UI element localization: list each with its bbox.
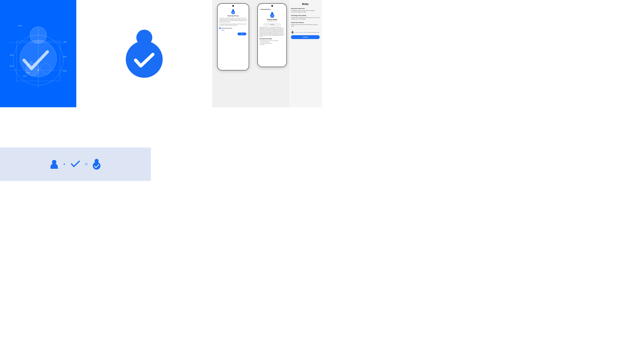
- bp-label-632: 632%: [23, 75, 27, 77]
- bp-label-100: 100%: [63, 56, 66, 58]
- phone1-policy-row: Samsung Privacy Policy: [219, 27, 247, 29]
- bp-label-548: 548%: [10, 54, 14, 56]
- next-button[interactable]: Next: [238, 32, 246, 35]
- bp-label-174: 174%: [63, 70, 66, 72]
- bp-label-44: 44%: [64, 41, 66, 42]
- privacy-notice-link[interactable]: Privacy Notice: [300, 32, 306, 33]
- phone-camera-2: [271, 5, 273, 7]
- phone-camera-1: [232, 5, 234, 7]
- phone2-header: ‹ Samsung Privacy: [260, 8, 285, 11]
- logo-body: [126, 41, 163, 78]
- phone-mockups-panel: Samsung Privacy At Samsung, we prioritiz…: [212, 0, 288, 107]
- samsung-privacy-logo: [126, 30, 163, 78]
- phone1-title: Samsung Privacy: [219, 15, 247, 16]
- privacy-icon-container: [230, 9, 236, 14]
- bixby-divider: [291, 29, 320, 29]
- bixby-panel: Bixby Keep your hands free Talk to Bixby…: [288, 0, 322, 107]
- continue-row: Check our Privacy Notice to see how we m…: [291, 31, 320, 34]
- privacy-notice-title: Privacy Notice: [260, 19, 285, 20]
- bixby-title: Bixby: [291, 3, 320, 5]
- bixby-feature-2-desc: Complete tasks faster just by using your…: [291, 17, 320, 20]
- continue-button[interactable]: Continue: [291, 35, 320, 39]
- details-link[interactable]: Details: [222, 29, 224, 30]
- download-button[interactable]: Download: [263, 23, 281, 26]
- phone1-body2: This symbol appears only when needed to …: [219, 23, 247, 26]
- policy-label: Samsung Privacy Policy: [222, 28, 232, 29]
- privacy-icon-bixby: [291, 31, 294, 34]
- phone2-icon-body: [270, 14, 274, 18]
- bixby-feature-3-title: Contol your devices: [291, 22, 320, 23]
- bixby-feature-2-title: Get things done quickly: [291, 15, 320, 16]
- phone2-body-text: Samsung Electronics Co., Ltd., along wit…: [260, 27, 285, 37]
- phone-mockup-1: Samsung Privacy At Samsung, we prioritiz…: [217, 3, 249, 70]
- bottom-formula-section: + =: [0, 147, 151, 181]
- formula-plus: +: [63, 162, 66, 167]
- formula-equals: =: [85, 162, 88, 167]
- info-list: - contact information, such as name, ema…: [260, 40, 285, 45]
- phone1-body1: At Samsung, we prioritize protecting you…: [219, 17, 247, 23]
- bixby-feature-2: Get things done quickly Complete tasks f…: [291, 15, 320, 20]
- bp-label-center: Center: [26, 72, 30, 73]
- bixby-feature-1-title: Keep your hands free: [291, 8, 320, 9]
- bixby-feature-3: Contol your devices Easily control your …: [291, 22, 320, 27]
- posted-date: Posted Date 12. 24. 2021: [260, 21, 285, 22]
- formula-person: [50, 160, 58, 169]
- bp-label-596: 596%: [10, 65, 14, 67]
- formula-result-body: [93, 162, 100, 170]
- bp-label-42: 42°: [30, 61, 32, 63]
- formula-checkmark: [71, 160, 80, 168]
- back-chevron-1[interactable]: ‹: [220, 65, 221, 68]
- phone2-header-title: Samsung Privacy: [260, 9, 270, 10]
- check-circle-icon: [219, 27, 221, 29]
- formula-result: [93, 159, 100, 170]
- phone-screen-1: Samsung Privacy At Samsung, we prioritiz…: [218, 7, 249, 65]
- info-section-title: Information We Obtain: [260, 38, 285, 39]
- phone-mockup-2: ‹ Samsung Privacy Pri: [258, 3, 287, 67]
- bp-checkmark-svg: [19, 45, 52, 72]
- bp-label-208: 208%: [18, 25, 22, 27]
- logo-checkmark-svg: [132, 51, 156, 69]
- pi-body: [231, 10, 235, 14]
- bixby-feature-1-desc: Talk to Bixby anytime, whether you are c…: [291, 10, 320, 13]
- bixby-feature-3-desc: Easily control your devices with SmartTh…: [291, 24, 320, 27]
- continue-text: Check our Privacy Notice to see how we m…: [295, 32, 320, 33]
- logo-panel: [76, 0, 212, 107]
- bixby-feature-1: Keep your hands free Talk to Bixby anyti…: [291, 8, 320, 13]
- formula-person-body: [50, 163, 58, 169]
- blueprint-panel: 208% 44% 100% 548% 596% Center 174% 632%…: [0, 0, 76, 107]
- privacy-icon-small: [231, 9, 235, 14]
- phone2-back-button[interactable]: ‹: [260, 8, 260, 10]
- phone-screen-2: ‹ Samsung Privacy Pri: [258, 7, 286, 61]
